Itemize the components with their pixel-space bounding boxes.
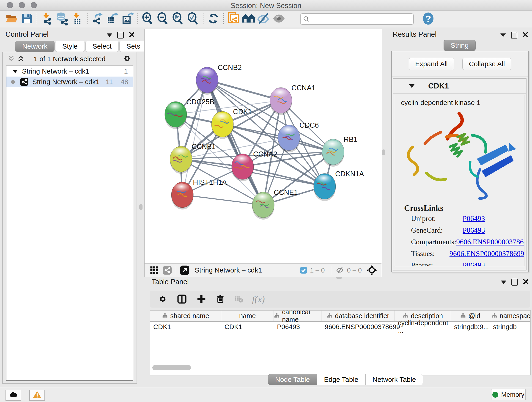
left-splitter-handle[interactable] (139, 204, 143, 210)
zoom-out-button[interactable] (155, 12, 171, 26)
show-graphics-details-button[interactable] (271, 12, 286, 26)
control-panel-float-icon[interactable] (117, 32, 124, 38)
network-node-ccne1[interactable]: CCNE1 (252, 188, 298, 220)
tab-style[interactable]: Style (55, 41, 85, 52)
column-header-label: database identifier (335, 312, 389, 320)
warnings-button[interactable] (29, 390, 45, 401)
network-collection-row[interactable]: String Network – cdk1 1 (6, 66, 133, 77)
network-node-rb1[interactable]: RB1 (322, 135, 357, 167)
crosslinks-title: CrossLinks (404, 204, 524, 213)
selected-checkbox-icon[interactable] (300, 267, 307, 274)
results-panel-float-icon[interactable] (511, 32, 517, 38)
crosslinks-list: Uniprot:P06493GeneCard:P06493Compartment… (395, 214, 524, 266)
network-node-ccna1[interactable]: CCNA1 (270, 84, 316, 115)
cloud-status-button[interactable] (6, 390, 21, 401)
help-button[interactable]: ? (421, 12, 436, 26)
memory-status-dot (492, 392, 498, 398)
zoom-in-button[interactable] (140, 12, 155, 26)
export-network-button[interactable] (90, 12, 105, 26)
memory-button[interactable]: Memory (491, 389, 526, 400)
tab-network-table[interactable]: Network Table (365, 374, 423, 385)
table-panel-close-icon[interactable] (523, 279, 529, 286)
open-in-window-icon[interactable] (180, 265, 190, 275)
collapse-all-button[interactable]: Collapse All (462, 58, 511, 70)
string-query-button[interactable] (226, 12, 241, 26)
table-panel-float-icon[interactable] (511, 279, 518, 286)
column-header-canonical-name[interactable]: canonical name (274, 311, 322, 321)
svg-text:?: ? (425, 13, 431, 24)
network-canvas[interactable]: CCNB2CCNA1CDC25BCDK1CDC6RB1CCNB1CCNA2CDK… (145, 29, 381, 263)
crosslink-value-link[interactable]: 9606.ENSP00000378699 (450, 249, 524, 258)
birds-eye-grid-icon[interactable] (150, 266, 159, 275)
save-session-button[interactable] (19, 12, 34, 26)
crosslink-value-link[interactable]: P06493 (462, 214, 485, 223)
collection-expander-icon[interactable] (12, 70, 18, 73)
results-panel-menu-icon[interactable] (500, 33, 506, 37)
show-columns-icon[interactable] (177, 294, 187, 305)
tab-edge-table[interactable]: Edge Table (317, 374, 365, 385)
gene-section-header[interactable]: CDK1 (393, 79, 526, 94)
horizontal-scrollbar-thumb[interactable] (152, 365, 191, 370)
network-node-cdc25b[interactable]: CDC25B (165, 98, 214, 129)
fit-selected-crosshair-icon[interactable] (366, 265, 377, 276)
table-panel-menu-icon[interactable] (501, 281, 506, 284)
tab-node-table[interactable]: Node Table (268, 374, 317, 385)
column-header-shared-name[interactable]: shared name (150, 311, 221, 321)
gene-expander-icon[interactable] (409, 84, 414, 88)
table-cell[interactable]: 9606.ENSP00000378699 (322, 322, 395, 332)
network-options-gear-icon[interactable] (122, 54, 132, 64)
search-box (300, 13, 414, 25)
tab-string-results[interactable]: String (443, 40, 476, 51)
crosslink-label: Uniprot: (411, 214, 462, 223)
export-table-button[interactable] (105, 12, 120, 26)
hidden-eye-slash-icon[interactable] (336, 266, 344, 274)
string-compartments-button[interactable] (241, 12, 256, 26)
network-node-cdkn1a[interactable]: CDKN1A (314, 170, 364, 201)
network-edge[interactable] (182, 195, 263, 205)
add-column-icon[interactable] (196, 294, 207, 304)
import-table-button[interactable] (70, 12, 85, 26)
expand-all-button[interactable]: Expand All (409, 58, 454, 70)
table-cell[interactable]: CDK1 (221, 322, 274, 332)
tab-select[interactable]: Select (85, 41, 119, 52)
import-network-database-button[interactable] (55, 12, 70, 26)
column-header-namespace[interactable]: namespace (490, 311, 531, 321)
export-image-button[interactable] (120, 12, 135, 26)
crosslink-value-link[interactable]: P06493 (462, 226, 485, 235)
table-toolbar: f(x) (150, 291, 530, 307)
network-row-selected[interactable]: String Network – cdk1 11 48 (6, 77, 133, 87)
network-edge[interactable] (182, 80, 207, 195)
table-header-row: shared namenamecanonical namedatabase id… (150, 311, 530, 322)
crosslink-value-link[interactable]: 9606.ENSP00000378699 (456, 238, 525, 246)
table-cell[interactable]: cyclin-dependent ... (395, 322, 451, 332)
control-panel-close-icon[interactable] (129, 32, 135, 38)
string-view-icon[interactable] (162, 265, 172, 275)
column-header-database-identifier[interactable]: database identifier (322, 311, 395, 321)
table-cell[interactable]: P06493 (274, 322, 322, 332)
search-input[interactable] (312, 14, 413, 24)
refresh-icon (207, 12, 220, 26)
zoom-selected-button[interactable] (186, 12, 201, 26)
results-panel-close-icon[interactable] (522, 32, 528, 38)
tab-sets[interactable]: Sets (119, 41, 147, 52)
crosslink-value-link[interactable]: P06493 (462, 261, 485, 266)
zoom-fit-button[interactable] (171, 12, 186, 26)
column-header--id[interactable]: @id (451, 311, 490, 321)
import-network-file-button[interactable] (39, 12, 55, 26)
network-node-cdc6[interactable]: CDC6 (278, 121, 319, 153)
column-header-name[interactable]: name (221, 311, 274, 321)
table-cell[interactable]: CDK1 (150, 322, 221, 332)
open-session-button[interactable] (4, 12, 19, 26)
delete-column-trash-icon[interactable] (215, 294, 225, 304)
node-label: CCNA2 (253, 150, 277, 158)
refresh-layout-button[interactable] (206, 12, 221, 26)
network-node-hist1h1a[interactable]: HIST1H1A (171, 178, 227, 210)
control-panel-menu-icon[interactable] (107, 33, 112, 37)
cloud-icon (9, 390, 18, 400)
table-cell[interactable]: stringdb:9... (451, 322, 490, 332)
table-settings-gear-icon[interactable] (158, 294, 168, 304)
right-splitter-handle[interactable] (382, 149, 385, 155)
tab-network[interactable]: Network (15, 41, 55, 52)
table-cell[interactable]: stringdb (490, 322, 531, 332)
hide-enhanced-labels-button[interactable] (256, 12, 271, 26)
